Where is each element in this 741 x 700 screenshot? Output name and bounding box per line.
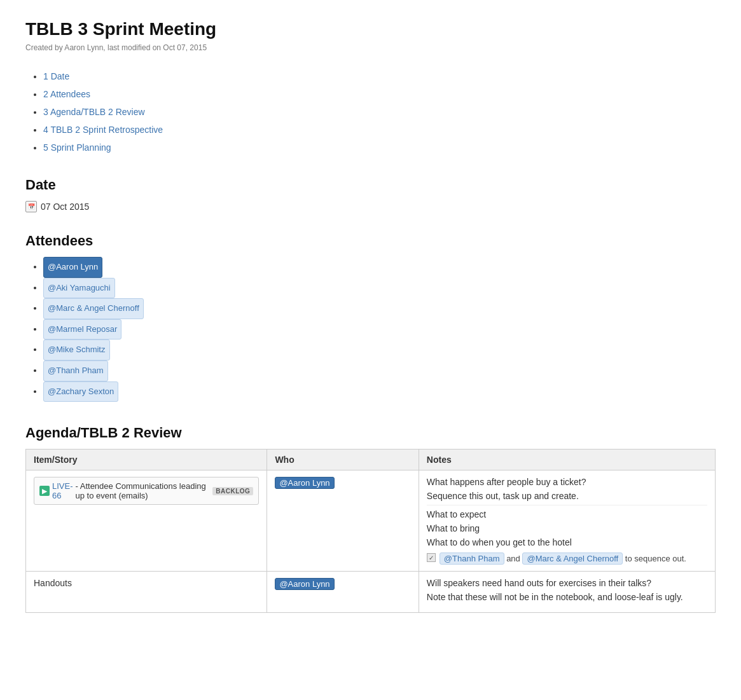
- attendees-list: @Aaron Lynn @Aki Yamaguchi @Marc & Angel…: [25, 257, 716, 402]
- notes-line-2: Sequence this out, task up and create.: [427, 491, 707, 501]
- mention-marc-check[interactable]: @Marc & Angel Chernoff: [522, 552, 623, 565]
- table-of-contents: 1 Date 2 Attendees 3 Agenda/TBLB 2 Revie…: [25, 67, 716, 156]
- attendee-item-4: @Marmel Reposar: [43, 319, 716, 340]
- mention-marmel[interactable]: @Marmel Reposar: [43, 319, 121, 340]
- attendee-item-3: @Marc & Angel Chernoff: [43, 298, 716, 319]
- mention-thanh[interactable]: @Thanh Pham: [43, 360, 108, 381]
- toc-item-2: 2 Attendees: [43, 85, 716, 103]
- mention-thanh-check[interactable]: @Thanh Pham: [440, 552, 504, 565]
- agenda-heading: Agenda/TBLB 2 Review: [25, 425, 716, 441]
- agenda-section: Agenda/TBLB 2 Review Item/Story Who Note…: [25, 425, 716, 613]
- mention-who-1[interactable]: @Aaron Lynn: [275, 477, 334, 489]
- check-text: @Thanh Pham and @Marc & Angel Chernoff t…: [440, 552, 686, 565]
- check-row: ✓ @Thanh Pham and @Marc & Angel Chernoff…: [427, 552, 707, 565]
- checkbox-icon: ✓: [427, 553, 436, 562]
- backlog-badge: BACKLOG: [212, 487, 253, 495]
- notes-divider: [427, 505, 707, 505]
- attendee-item-7: @Zachary Sexton: [43, 381, 716, 402]
- jira-ticket: ▶ LIVE-66 - Attendee Communications lead…: [39, 481, 253, 500]
- notes-handouts-2: Note that these will not be in the noteb…: [427, 592, 707, 602]
- mention-marc-angel[interactable]: @Marc & Angel Chernoff: [43, 298, 144, 319]
- who-cell-2: @Aaron Lynn: [267, 572, 419, 613]
- attendee-item-1: @Aaron Lynn: [43, 257, 716, 278]
- calendar-icon: 📅: [25, 201, 37, 212]
- item-cell-1: ▶ LIVE-66 - Attendee Communications lead…: [26, 470, 267, 572]
- date-section: Date 📅 07 Oct 2015: [25, 177, 716, 212]
- agenda-table: Item/Story Who Notes ▶ LIVE-66 - Attende…: [25, 449, 716, 613]
- notes-line-4: What to bring: [427, 523, 707, 533]
- jira-icon: ▶: [39, 486, 50, 496]
- notes-cell-2: Will speakers need hand outs for exercis…: [419, 572, 715, 613]
- toc-link-3[interactable]: 3 Agenda/TBLB 2 Review: [43, 107, 145, 117]
- attendee-item-5: @Mike Schmitz: [43, 340, 716, 360]
- table-row: Handouts @Aaron Lynn Will speakers need …: [26, 572, 716, 613]
- mention-zachary[interactable]: @Zachary Sexton: [43, 381, 118, 402]
- toc-link-2[interactable]: 2 Attendees: [43, 89, 90, 99]
- jira-link[interactable]: LIVE-66: [52, 481, 73, 500]
- notes-line-5: What to do when you get to the hotel: [427, 537, 707, 547]
- mention-who-2[interactable]: @Aaron Lynn: [275, 578, 334, 590]
- attendees-heading: Attendees: [25, 233, 716, 249]
- mention-aaron-lynn[interactable]: @Aaron Lynn: [43, 257, 102, 278]
- notes-line-3: What to expect: [427, 509, 707, 519]
- to-sequence: to sequence out.: [625, 554, 686, 563]
- date-text: 07 Oct 2015: [41, 202, 89, 212]
- jira-desc: - Attendee Communications leading up to …: [76, 481, 208, 500]
- attendee-item-2: @Aki Yamaguchi: [43, 278, 716, 299]
- notes-handouts-1: Will speakers need hand outs for exercis…: [427, 578, 707, 588]
- toc-item-4: 4 TBLB 2 Sprint Retrospective: [43, 121, 716, 139]
- item-plain: Handouts: [34, 578, 72, 588]
- toc-link-4[interactable]: 4 TBLB 2 Sprint Retrospective: [43, 125, 163, 135]
- and-text: and: [506, 554, 522, 563]
- toc-link-1[interactable]: 1 Date: [43, 71, 69, 81]
- mention-aki-yamaguchi[interactable]: @Aki Yamaguchi: [43, 278, 115, 299]
- page-meta: Created by Aaron Lynn, last modified on …: [25, 43, 716, 52]
- col-header-item: Item/Story: [26, 450, 267, 470]
- date-heading: Date: [25, 177, 716, 193]
- toc-link-5[interactable]: 5 Sprint Planning: [43, 142, 111, 153]
- col-header-who: Who: [267, 450, 419, 470]
- page-title: TBLB 3 Sprint Meeting: [25, 19, 716, 39]
- notes-cell-1: What happens after people buy a ticket? …: [419, 470, 715, 572]
- item-cell-inner-1: ▶ LIVE-66 - Attendee Communications lead…: [34, 477, 259, 505]
- toc-item-1: 1 Date: [43, 67, 716, 85]
- attendees-section: Attendees @Aaron Lynn @Aki Yamaguchi @Ma…: [25, 233, 716, 402]
- who-cell-1: @Aaron Lynn: [267, 470, 419, 572]
- col-header-notes: Notes: [419, 450, 715, 470]
- table-header-row: Item/Story Who Notes: [26, 450, 716, 470]
- date-value: 📅 07 Oct 2015: [25, 201, 716, 212]
- attendee-item-6: @Thanh Pham: [43, 360, 716, 381]
- item-cell-2: Handouts: [26, 572, 267, 613]
- table-row: ▶ LIVE-66 - Attendee Communications lead…: [26, 470, 716, 572]
- toc-item-3: 3 Agenda/TBLB 2 Review: [43, 103, 716, 121]
- mention-mike[interactable]: @Mike Schmitz: [43, 340, 110, 360]
- toc-item-5: 5 Sprint Planning: [43, 139, 716, 156]
- notes-line-1: What happens after people buy a ticket?: [427, 477, 707, 487]
